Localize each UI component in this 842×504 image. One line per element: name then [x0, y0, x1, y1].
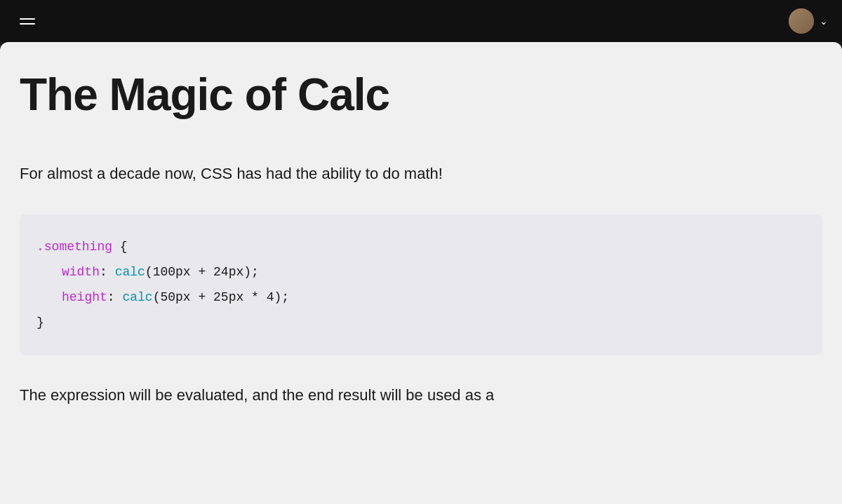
- code-height-line: height: calc(50px + 25px * 4);: [62, 285, 806, 310]
- code-selector-line: .something {: [36, 234, 806, 259]
- hamburger-line-2: [20, 23, 35, 25]
- page-title: The Magic of Calc: [20, 70, 822, 119]
- code-function-calc-1: calc: [115, 265, 145, 279]
- code-value-2: (50px + 25px * 4);: [153, 290, 289, 304]
- code-close-brace-line: }: [36, 310, 806, 335]
- avatar-image: [789, 8, 814, 34]
- hamburger-line-1: [20, 18, 35, 20]
- code-property-height: height: [62, 290, 107, 304]
- nav-right: ⌄: [789, 8, 828, 34]
- code-width-line: width: calc(100px + 24px);: [62, 259, 806, 285]
- navbar: ⌄: [0, 0, 842, 42]
- hamburger-button[interactable]: [14, 13, 41, 30]
- bottom-paragraph: The expression will be evaluated, and th…: [20, 383, 822, 407]
- intro-paragraph: For almost a decade now, CSS has had the…: [20, 161, 822, 186]
- code-value-1: (100px + 24px);: [145, 265, 259, 279]
- avatar[interactable]: [789, 8, 814, 34]
- code-property-width: width: [62, 265, 100, 279]
- code-close-brace: }: [36, 315, 44, 329]
- code-selector: .something: [36, 240, 112, 254]
- code-colon-1: :: [100, 265, 115, 279]
- code-open-brace: {: [112, 240, 128, 254]
- main-content: The Magic of Calc For almost a decade no…: [0, 42, 842, 504]
- code-block: .something { width: calc(100px + 24px); …: [20, 214, 822, 355]
- code-function-calc-2: calc: [122, 290, 152, 304]
- code-colon-2: :: [107, 290, 123, 304]
- chevron-down-icon[interactable]: ⌄: [820, 15, 828, 27]
